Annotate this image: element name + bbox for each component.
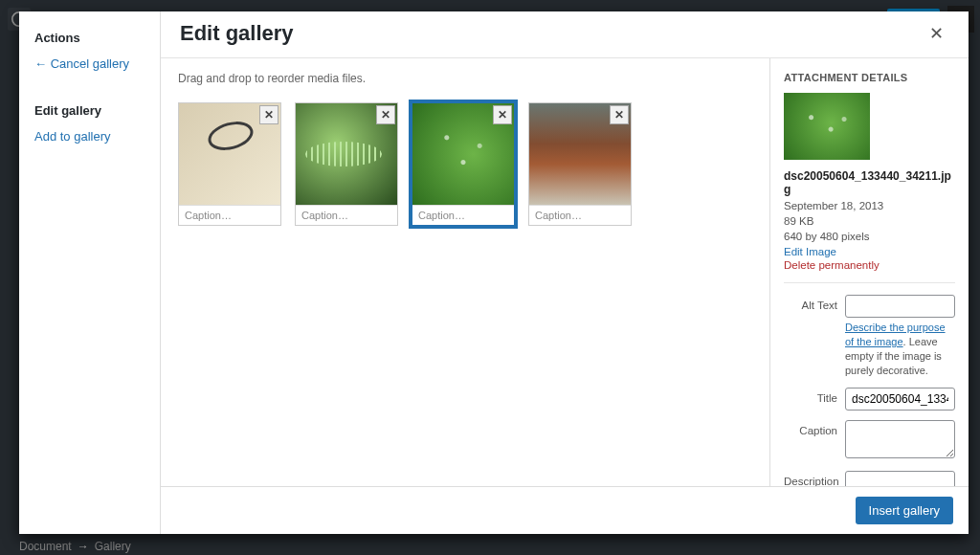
- insert-gallery-button[interactable]: Insert gallery: [856, 497, 953, 524]
- attachment-date: September 18, 2013: [784, 198, 955, 213]
- description-label: Description: [784, 471, 837, 486]
- attachment-dimensions: 640 by 480 pixels: [784, 229, 955, 244]
- caption-textarea[interactable]: [845, 420, 955, 458]
- gallery-thumb[interactable]: ✕ Caption…: [178, 102, 281, 226]
- edit-gallery-modal: Actions Cancel gallery Edit gallery Add …: [19, 11, 969, 534]
- caption-label: Caption: [784, 420, 837, 436]
- title-input[interactable]: [845, 388, 955, 411]
- close-icon[interactable]: ✕: [924, 21, 949, 46]
- edit-gallery-heading: Edit gallery: [19, 94, 160, 123]
- attachment-preview: [784, 93, 870, 160]
- attachment-details-panel: ATTACHMENT DETAILS dsc20050604_133440_34…: [769, 58, 969, 486]
- alt-text-input[interactable]: [845, 295, 955, 318]
- add-to-gallery-link[interactable]: Add to gallery: [19, 123, 160, 149]
- thumb-caption-input[interactable]: Caption…: [529, 205, 631, 225]
- description-textarea[interactable]: [845, 471, 955, 486]
- edit-image-link[interactable]: Edit Image: [784, 246, 955, 257]
- cancel-gallery-link[interactable]: Cancel gallery: [19, 51, 160, 77]
- attachment-size: 89 KB: [784, 213, 955, 229]
- gallery-thumb[interactable]: ✕ Caption…: [528, 102, 632, 226]
- gallery-thumb[interactable]: ✕ Caption…: [295, 102, 398, 226]
- modal-sidebar: Actions Cancel gallery Edit gallery Add …: [19, 11, 161, 534]
- thumb-caption-input[interactable]: Caption…: [412, 205, 514, 225]
- delete-permanently-link[interactable]: Delete permanently: [784, 259, 955, 271]
- thumb-caption-input[interactable]: Caption…: [179, 205, 280, 225]
- remove-thumb-icon[interactable]: ✕: [376, 105, 395, 124]
- breadcrumb: Document→Gallery: [19, 540, 131, 553]
- alt-text-help: Describe the purpose of the image. Leave…: [845, 321, 955, 377]
- remove-thumb-icon[interactable]: ✕: [610, 105, 629, 124]
- attachment-filename: dsc20050604_133440_34211.jpg: [784, 169, 955, 196]
- title-label: Title: [784, 388, 837, 404]
- gallery-area: Drag and drop to reorder media files. ✕ …: [161, 58, 769, 486]
- reorder-hint: Drag and drop to reorder media files.: [178, 72, 752, 85]
- thumb-caption-input[interactable]: Caption…: [296, 205, 397, 225]
- remove-thumb-icon[interactable]: ✕: [493, 105, 512, 124]
- modal-title: Edit gallery: [180, 21, 294, 46]
- attachment-details-heading: ATTACHMENT DETAILS: [784, 72, 955, 83]
- gallery-thumb-selected[interactable]: ✕ Caption…: [412, 102, 515, 226]
- remove-thumb-icon[interactable]: ✕: [259, 105, 278, 124]
- alt-text-label: Alt Text: [784, 295, 837, 311]
- actions-heading: Actions: [19, 21, 160, 51]
